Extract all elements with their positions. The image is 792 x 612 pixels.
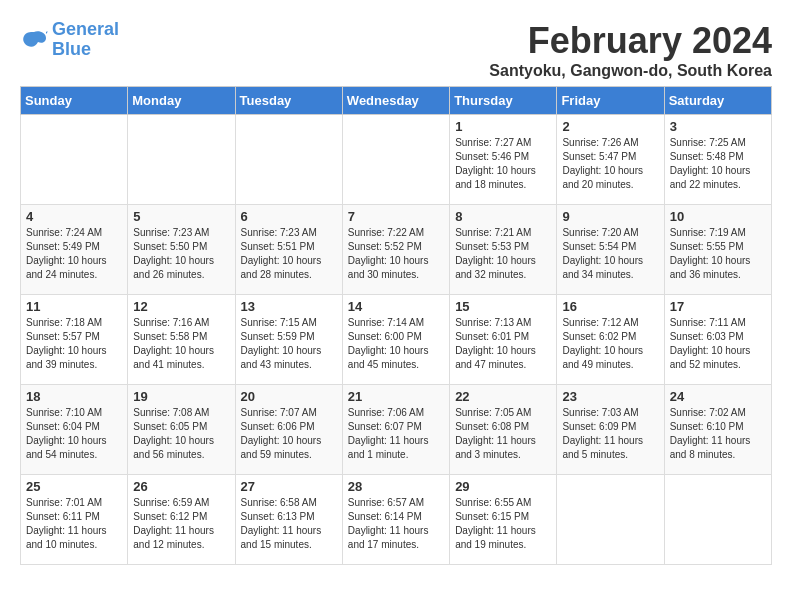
day-number: 17 xyxy=(670,299,766,314)
week-row-3: 18Sunrise: 7:10 AM Sunset: 6:04 PM Dayli… xyxy=(21,385,772,475)
calendar-cell: 6Sunrise: 7:23 AM Sunset: 5:51 PM Daylig… xyxy=(235,205,342,295)
header-day-thursday: Thursday xyxy=(450,87,557,115)
day-info: Sunrise: 7:16 AM Sunset: 5:58 PM Dayligh… xyxy=(133,316,229,372)
day-number: 4 xyxy=(26,209,122,224)
day-info: Sunrise: 7:19 AM Sunset: 5:55 PM Dayligh… xyxy=(670,226,766,282)
calendar-cell: 23Sunrise: 7:03 AM Sunset: 6:09 PM Dayli… xyxy=(557,385,664,475)
calendar-cell: 28Sunrise: 6:57 AM Sunset: 6:14 PM Dayli… xyxy=(342,475,449,565)
day-info: Sunrise: 7:10 AM Sunset: 6:04 PM Dayligh… xyxy=(26,406,122,462)
day-info: Sunrise: 6:57 AM Sunset: 6:14 PM Dayligh… xyxy=(348,496,444,552)
day-number: 7 xyxy=(348,209,444,224)
day-info: Sunrise: 7:26 AM Sunset: 5:47 PM Dayligh… xyxy=(562,136,658,192)
day-info: Sunrise: 7:06 AM Sunset: 6:07 PM Dayligh… xyxy=(348,406,444,462)
day-number: 20 xyxy=(241,389,337,404)
calendar-cell: 16Sunrise: 7:12 AM Sunset: 6:02 PM Dayli… xyxy=(557,295,664,385)
calendar-cell: 25Sunrise: 7:01 AM Sunset: 6:11 PM Dayli… xyxy=(21,475,128,565)
day-number: 27 xyxy=(241,479,337,494)
month-title: February 2024 xyxy=(489,20,772,62)
logo: General Blue xyxy=(20,20,119,60)
calendar-cell: 29Sunrise: 6:55 AM Sunset: 6:15 PM Dayli… xyxy=(450,475,557,565)
calendar-cell: 20Sunrise: 7:07 AM Sunset: 6:06 PM Dayli… xyxy=(235,385,342,475)
day-info: Sunrise: 7:25 AM Sunset: 5:48 PM Dayligh… xyxy=(670,136,766,192)
day-info: Sunrise: 7:01 AM Sunset: 6:11 PM Dayligh… xyxy=(26,496,122,552)
calendar-cell xyxy=(342,115,449,205)
day-number: 23 xyxy=(562,389,658,404)
day-number: 11 xyxy=(26,299,122,314)
day-number: 18 xyxy=(26,389,122,404)
header-day-tuesday: Tuesday xyxy=(235,87,342,115)
calendar-cell: 10Sunrise: 7:19 AM Sunset: 5:55 PM Dayli… xyxy=(664,205,771,295)
calendar-cell: 4Sunrise: 7:24 AM Sunset: 5:49 PM Daylig… xyxy=(21,205,128,295)
day-number: 5 xyxy=(133,209,229,224)
header-day-sunday: Sunday xyxy=(21,87,128,115)
day-number: 1 xyxy=(455,119,551,134)
day-number: 24 xyxy=(670,389,766,404)
calendar-cell: 13Sunrise: 7:15 AM Sunset: 5:59 PM Dayli… xyxy=(235,295,342,385)
subtitle: Santyoku, Gangwon-do, South Korea xyxy=(489,62,772,80)
header: General Blue February 2024 Santyoku, Gan… xyxy=(20,20,772,80)
day-number: 22 xyxy=(455,389,551,404)
day-info: Sunrise: 7:23 AM Sunset: 5:51 PM Dayligh… xyxy=(241,226,337,282)
day-number: 9 xyxy=(562,209,658,224)
day-info: Sunrise: 7:07 AM Sunset: 6:06 PM Dayligh… xyxy=(241,406,337,462)
calendar-cell: 17Sunrise: 7:11 AM Sunset: 6:03 PM Dayli… xyxy=(664,295,771,385)
day-info: Sunrise: 7:12 AM Sunset: 6:02 PM Dayligh… xyxy=(562,316,658,372)
day-info: Sunrise: 7:21 AM Sunset: 5:53 PM Dayligh… xyxy=(455,226,551,282)
day-info: Sunrise: 6:55 AM Sunset: 6:15 PM Dayligh… xyxy=(455,496,551,552)
calendar-cell: 15Sunrise: 7:13 AM Sunset: 6:01 PM Dayli… xyxy=(450,295,557,385)
week-row-1: 4Sunrise: 7:24 AM Sunset: 5:49 PM Daylig… xyxy=(21,205,772,295)
header-day-wednesday: Wednesday xyxy=(342,87,449,115)
calendar-cell xyxy=(557,475,664,565)
calendar-cell: 24Sunrise: 7:02 AM Sunset: 6:10 PM Dayli… xyxy=(664,385,771,475)
week-row-0: 1Sunrise: 7:27 AM Sunset: 5:46 PM Daylig… xyxy=(21,115,772,205)
day-number: 3 xyxy=(670,119,766,134)
day-info: Sunrise: 7:08 AM Sunset: 6:05 PM Dayligh… xyxy=(133,406,229,462)
calendar-cell: 8Sunrise: 7:21 AM Sunset: 5:53 PM Daylig… xyxy=(450,205,557,295)
calendar-header: SundayMondayTuesdayWednesdayThursdayFrid… xyxy=(21,87,772,115)
day-number: 6 xyxy=(241,209,337,224)
day-number: 2 xyxy=(562,119,658,134)
day-info: Sunrise: 7:11 AM Sunset: 6:03 PM Dayligh… xyxy=(670,316,766,372)
calendar-cell xyxy=(235,115,342,205)
calendar-cell: 3Sunrise: 7:25 AM Sunset: 5:48 PM Daylig… xyxy=(664,115,771,205)
day-info: Sunrise: 7:03 AM Sunset: 6:09 PM Dayligh… xyxy=(562,406,658,462)
calendar-cell xyxy=(21,115,128,205)
header-row: SundayMondayTuesdayWednesdayThursdayFrid… xyxy=(21,87,772,115)
calendar-cell: 2Sunrise: 7:26 AM Sunset: 5:47 PM Daylig… xyxy=(557,115,664,205)
calendar-cell: 22Sunrise: 7:05 AM Sunset: 6:08 PM Dayli… xyxy=(450,385,557,475)
calendar: SundayMondayTuesdayWednesdayThursdayFrid… xyxy=(20,86,772,565)
day-number: 29 xyxy=(455,479,551,494)
calendar-cell: 21Sunrise: 7:06 AM Sunset: 6:07 PM Dayli… xyxy=(342,385,449,475)
day-number: 15 xyxy=(455,299,551,314)
day-number: 13 xyxy=(241,299,337,314)
day-number: 19 xyxy=(133,389,229,404)
header-day-monday: Monday xyxy=(128,87,235,115)
calendar-cell: 14Sunrise: 7:14 AM Sunset: 6:00 PM Dayli… xyxy=(342,295,449,385)
day-info: Sunrise: 7:05 AM Sunset: 6:08 PM Dayligh… xyxy=(455,406,551,462)
day-number: 21 xyxy=(348,389,444,404)
calendar-cell: 9Sunrise: 7:20 AM Sunset: 5:54 PM Daylig… xyxy=(557,205,664,295)
day-info: Sunrise: 6:59 AM Sunset: 6:12 PM Dayligh… xyxy=(133,496,229,552)
header-day-saturday: Saturday xyxy=(664,87,771,115)
calendar-cell: 18Sunrise: 7:10 AM Sunset: 6:04 PM Dayli… xyxy=(21,385,128,475)
day-info: Sunrise: 7:27 AM Sunset: 5:46 PM Dayligh… xyxy=(455,136,551,192)
logo-icon xyxy=(20,28,48,52)
day-info: Sunrise: 7:14 AM Sunset: 6:00 PM Dayligh… xyxy=(348,316,444,372)
day-number: 12 xyxy=(133,299,229,314)
calendar-cell: 1Sunrise: 7:27 AM Sunset: 5:46 PM Daylig… xyxy=(450,115,557,205)
week-row-4: 25Sunrise: 7:01 AM Sunset: 6:11 PM Dayli… xyxy=(21,475,772,565)
calendar-cell: 12Sunrise: 7:16 AM Sunset: 5:58 PM Dayli… xyxy=(128,295,235,385)
day-number: 28 xyxy=(348,479,444,494)
calendar-cell xyxy=(128,115,235,205)
header-day-friday: Friday xyxy=(557,87,664,115)
day-info: Sunrise: 7:20 AM Sunset: 5:54 PM Dayligh… xyxy=(562,226,658,282)
day-number: 14 xyxy=(348,299,444,314)
calendar-cell: 26Sunrise: 6:59 AM Sunset: 6:12 PM Dayli… xyxy=(128,475,235,565)
day-number: 26 xyxy=(133,479,229,494)
logo-text: General Blue xyxy=(52,20,119,60)
day-info: Sunrise: 7:13 AM Sunset: 6:01 PM Dayligh… xyxy=(455,316,551,372)
week-row-2: 11Sunrise: 7:18 AM Sunset: 5:57 PM Dayli… xyxy=(21,295,772,385)
calendar-cell: 5Sunrise: 7:23 AM Sunset: 5:50 PM Daylig… xyxy=(128,205,235,295)
calendar-cell: 27Sunrise: 6:58 AM Sunset: 6:13 PM Dayli… xyxy=(235,475,342,565)
title-area: February 2024 Santyoku, Gangwon-do, Sout… xyxy=(489,20,772,80)
